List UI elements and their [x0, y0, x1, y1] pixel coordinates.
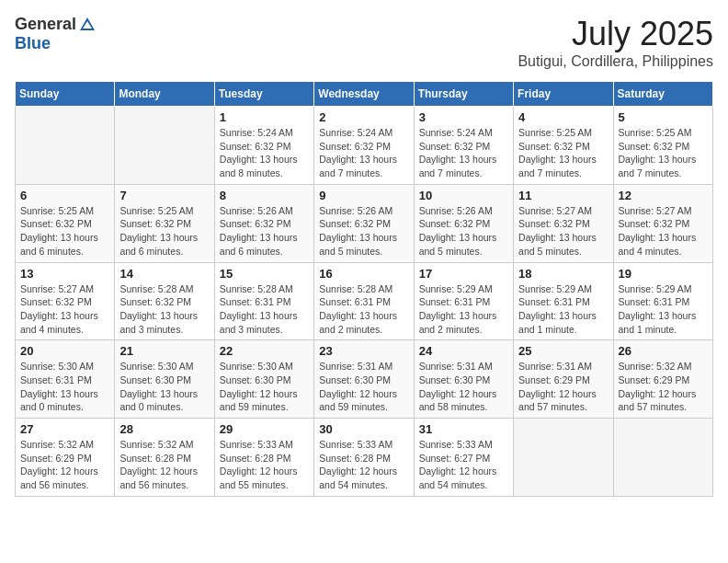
day-number: 26	[619, 344, 708, 358]
calendar: SundayMondayTuesdayWednesdayThursdayFrid…	[15, 81, 713, 497]
day-number: 31	[419, 422, 508, 436]
calendar-day-cell: 19Sunrise: 5:29 AMSunset: 6:31 PMDayligh…	[613, 262, 712, 340]
day-info: Sunrise: 5:27 AMSunset: 6:32 PMDaylight:…	[20, 282, 109, 337]
calendar-day-cell: 18Sunrise: 5:29 AMSunset: 6:31 PMDayligh…	[514, 262, 613, 340]
day-number: 8	[220, 189, 309, 202]
calendar-day-cell: 6Sunrise: 5:25 AMSunset: 6:32 PMDaylight…	[16, 184, 115, 262]
day-info: Sunrise: 5:29 AMSunset: 6:31 PMDaylight:…	[518, 282, 608, 337]
calendar-week-row: 1Sunrise: 5:24 AMSunset: 6:32 PMDaylight…	[16, 107, 713, 185]
month-title: July 2025	[518, 15, 713, 53]
day-info: Sunrise: 5:28 AMSunset: 6:31 PMDaylight:…	[220, 282, 309, 337]
calendar-day-cell: 26Sunrise: 5:32 AMSunset: 6:29 PMDayligh…	[613, 340, 712, 419]
day-number: 9	[319, 189, 408, 202]
day-number: 11	[518, 189, 608, 202]
logo-blue: Blue	[15, 34, 51, 53]
day-info: Sunrise: 5:25 AMSunset: 6:32 PMDaylight:…	[619, 126, 708, 180]
calendar-day-cell: 9Sunrise: 5:26 AMSunset: 6:32 PMDaylight…	[314, 184, 414, 262]
calendar-day-cell: 23Sunrise: 5:31 AMSunset: 6:30 PMDayligh…	[314, 340, 414, 419]
calendar-day-cell: 10Sunrise: 5:26 AMSunset: 6:32 PMDayligh…	[414, 184, 513, 262]
calendar-day-cell: 13Sunrise: 5:27 AMSunset: 6:32 PMDayligh…	[16, 262, 115, 340]
calendar-day-cell: 15Sunrise: 5:28 AMSunset: 6:31 PMDayligh…	[214, 262, 313, 340]
day-number: 2	[319, 110, 408, 124]
day-info: Sunrise: 5:32 AMSunset: 6:28 PMDaylight:…	[119, 438, 209, 492]
day-number: 1	[220, 110, 309, 124]
day-number: 19	[619, 267, 708, 281]
calendar-day-cell	[613, 419, 712, 497]
day-info: Sunrise: 5:33 AMSunset: 6:28 PMDaylight:…	[220, 438, 309, 492]
day-number: 7	[119, 189, 209, 202]
title-section: July 2025 Butigui, Cordillera, Philippin…	[518, 15, 713, 70]
day-info: Sunrise: 5:24 AMSunset: 6:32 PMDaylight:…	[419, 126, 508, 180]
day-info: Sunrise: 5:32 AMSunset: 6:29 PMDaylight:…	[20, 438, 109, 492]
day-number: 27	[20, 422, 109, 436]
day-info: Sunrise: 5:25 AMSunset: 6:32 PMDaylight:…	[518, 126, 608, 180]
day-info: Sunrise: 5:32 AMSunset: 6:29 PMDaylight:…	[619, 360, 708, 414]
day-number: 3	[419, 110, 508, 124]
day-info: Sunrise: 5:26 AMSunset: 6:32 PMDaylight:…	[419, 204, 508, 259]
calendar-day-cell: 16Sunrise: 5:28 AMSunset: 6:31 PMDayligh…	[314, 262, 414, 340]
day-number: 4	[518, 110, 608, 124]
day-info: Sunrise: 5:27 AMSunset: 6:32 PMDaylight:…	[518, 204, 608, 259]
calendar-day-cell	[115, 107, 214, 185]
calendar-day-cell: 17Sunrise: 5:29 AMSunset: 6:31 PMDayligh…	[414, 262, 513, 340]
calendar-day-cell	[514, 419, 613, 497]
calendar-day-cell: 21Sunrise: 5:30 AMSunset: 6:30 PMDayligh…	[115, 340, 214, 419]
day-info: Sunrise: 5:28 AMSunset: 6:32 PMDaylight:…	[119, 282, 209, 337]
calendar-day-cell	[16, 107, 115, 185]
calendar-day-cell: 25Sunrise: 5:31 AMSunset: 6:29 PMDayligh…	[514, 340, 613, 419]
day-number: 25	[518, 344, 608, 358]
calendar-day-cell: 5Sunrise: 5:25 AMSunset: 6:32 PMDaylight…	[613, 107, 712, 185]
day-number: 10	[419, 189, 508, 202]
day-number: 15	[220, 267, 309, 281]
calendar-day-cell: 20Sunrise: 5:30 AMSunset: 6:31 PMDayligh…	[16, 340, 115, 419]
day-number: 28	[119, 422, 209, 436]
calendar-week-row: 27Sunrise: 5:32 AMSunset: 6:29 PMDayligh…	[16, 419, 713, 497]
day-info: Sunrise: 5:25 AMSunset: 6:32 PMDaylight:…	[119, 204, 209, 259]
calendar-day-cell: 11Sunrise: 5:27 AMSunset: 6:32 PMDayligh…	[514, 184, 613, 262]
weekday-header: Friday	[514, 82, 613, 107]
day-info: Sunrise: 5:26 AMSunset: 6:32 PMDaylight:…	[319, 204, 408, 259]
day-info: Sunrise: 5:28 AMSunset: 6:31 PMDaylight:…	[319, 282, 408, 337]
weekday-header: Tuesday	[214, 82, 313, 107]
weekday-header: Monday	[115, 82, 214, 107]
day-info: Sunrise: 5:33 AMSunset: 6:27 PMDaylight:…	[419, 438, 508, 492]
day-number: 16	[319, 267, 408, 281]
calendar-day-cell: 7Sunrise: 5:25 AMSunset: 6:32 PMDaylight…	[115, 184, 214, 262]
calendar-day-cell: 3Sunrise: 5:24 AMSunset: 6:32 PMDaylight…	[414, 107, 513, 185]
calendar-day-cell: 14Sunrise: 5:28 AMSunset: 6:32 PMDayligh…	[115, 262, 214, 340]
day-info: Sunrise: 5:25 AMSunset: 6:32 PMDaylight:…	[20, 204, 109, 259]
weekday-header: Sunday	[16, 82, 115, 107]
day-info: Sunrise: 5:24 AMSunset: 6:32 PMDaylight:…	[319, 126, 408, 180]
calendar-day-cell: 27Sunrise: 5:32 AMSunset: 6:29 PMDayligh…	[16, 419, 115, 497]
day-info: Sunrise: 5:29 AMSunset: 6:31 PMDaylight:…	[619, 282, 708, 337]
day-info: Sunrise: 5:31 AMSunset: 6:30 PMDaylight:…	[319, 360, 408, 414]
day-info: Sunrise: 5:31 AMSunset: 6:29 PMDaylight:…	[518, 360, 608, 414]
day-number: 17	[419, 267, 508, 281]
logo: General Blue	[15, 15, 97, 53]
calendar-day-cell: 30Sunrise: 5:33 AMSunset: 6:28 PMDayligh…	[314, 419, 414, 497]
weekday-header: Saturday	[613, 82, 712, 107]
calendar-day-cell: 8Sunrise: 5:26 AMSunset: 6:32 PMDaylight…	[214, 184, 313, 262]
weekday-header: Wednesday	[314, 82, 414, 107]
day-info: Sunrise: 5:30 AMSunset: 6:30 PMDaylight:…	[119, 360, 209, 414]
day-number: 18	[518, 267, 608, 281]
logo-icon	[78, 16, 97, 34]
day-number: 13	[20, 267, 109, 281]
calendar-day-cell: 4Sunrise: 5:25 AMSunset: 6:32 PMDaylight…	[514, 107, 613, 185]
location-title: Butigui, Cordillera, Philippines	[518, 53, 713, 70]
day-info: Sunrise: 5:27 AMSunset: 6:32 PMDaylight:…	[619, 204, 708, 259]
calendar-week-row: 6Sunrise: 5:25 AMSunset: 6:32 PMDaylight…	[16, 184, 713, 262]
calendar-day-cell: 1Sunrise: 5:24 AMSunset: 6:32 PMDaylight…	[214, 107, 313, 185]
day-number: 20	[20, 344, 109, 358]
day-number: 14	[119, 267, 209, 281]
day-number: 6	[20, 189, 109, 202]
calendar-week-row: 13Sunrise: 5:27 AMSunset: 6:32 PMDayligh…	[16, 262, 713, 340]
day-number: 30	[319, 422, 408, 436]
logo-general: General	[15, 15, 76, 34]
day-info: Sunrise: 5:30 AMSunset: 6:31 PMDaylight:…	[20, 360, 109, 414]
day-number: 21	[119, 344, 209, 358]
calendar-day-cell: 2Sunrise: 5:24 AMSunset: 6:32 PMDaylight…	[314, 107, 414, 185]
day-number: 22	[220, 344, 309, 358]
calendar-header-row: SundayMondayTuesdayWednesdayThursdayFrid…	[16, 82, 713, 107]
day-info: Sunrise: 5:30 AMSunset: 6:30 PMDaylight:…	[220, 360, 309, 414]
